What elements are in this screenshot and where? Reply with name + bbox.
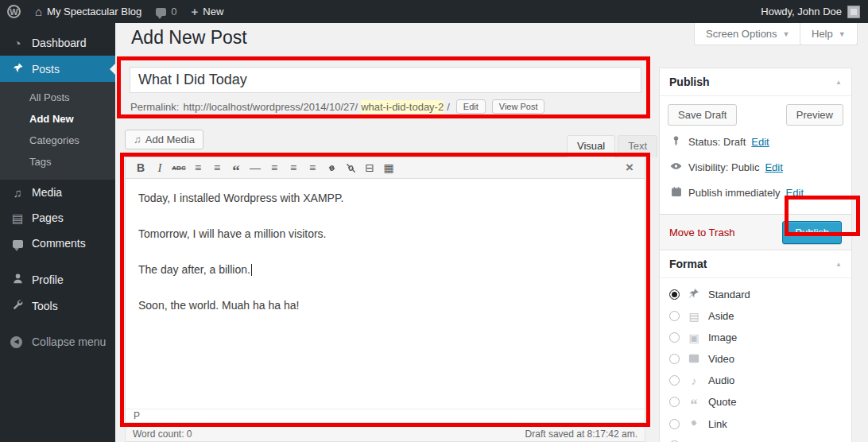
publish-box-body: Save Draft Preview Status: Draft Edit Vi…: [660, 96, 851, 214]
help-tab[interactable]: Help ▼: [800, 23, 858, 45]
bullet-list-icon[interactable]: ≡: [189, 160, 207, 176]
move-to-trash-link[interactable]: Move to Trash: [669, 227, 734, 238]
publish-button[interactable]: Publish: [782, 221, 842, 244]
format-label: Image: [708, 332, 737, 343]
format-option-video[interactable]: Video: [660, 348, 851, 370]
format-option-standard[interactable]: Standard: [660, 283, 851, 305]
blockquote-icon[interactable]: “: [227, 160, 245, 176]
submenu-tags[interactable]: Tags: [0, 151, 115, 173]
media-icon: ♫: [10, 187, 25, 199]
radio-video[interactable]: [669, 354, 680, 364]
radio-aside[interactable]: [669, 311, 680, 321]
collapse-toggle-icon[interactable]: ▲: [835, 79, 842, 86]
editor-element-path[interactable]: P: [126, 409, 645, 422]
submenu-categories[interactable]: Categories: [0, 130, 115, 151]
format-label: Link: [708, 418, 727, 430]
new-content-menu[interactable]: + New: [184, 0, 231, 23]
remove-link-icon[interactable]: [342, 160, 359, 176]
format-box-body: Standard ▤ Aside ▣ Image Video: [660, 278, 851, 442]
edit-schedule-link[interactable]: Edit: [786, 187, 804, 199]
format-audio-icon: ♪: [687, 375, 701, 386]
align-left-icon[interactable]: ≡: [265, 160, 283, 176]
sidebar-item-comments[interactable]: Comments: [0, 231, 115, 256]
sidebar-label-pages: Pages: [32, 211, 64, 224]
tab-text[interactable]: Text: [618, 135, 657, 157]
screen-options-tab[interactable]: Screen Options ▼: [694, 23, 802, 45]
format-box: Format ▲ Standard ▤ Aside ▣ Image: [659, 250, 852, 442]
tools-wrench-icon: [10, 299, 25, 312]
visibility-row: Visibility: Public Edit: [668, 155, 843, 180]
draft-saved-status: Draft saved at 8:17:42 am.: [525, 428, 637, 440]
edit-permalink-button[interactable]: Edit: [456, 99, 486, 114]
more-tag-icon[interactable]: ⊟: [361, 160, 378, 176]
comments-admin-link[interactable]: 0: [149, 0, 184, 23]
toolbar-toggle-icon[interactable]: ▦: [380, 160, 397, 176]
radio-link[interactable]: [669, 419, 680, 429]
editor-paragraph: The day after, a billion.: [138, 262, 632, 277]
submenu-add-new[interactable]: Add New: [0, 108, 115, 130]
edit-visibility-link[interactable]: Edit: [765, 161, 782, 173]
view-post-button[interactable]: View Post: [492, 99, 545, 114]
align-center-icon[interactable]: ≡: [285, 160, 302, 176]
horizontal-rule-icon[interactable]: —: [246, 160, 264, 176]
howdy-user-link[interactable]: Howdy, John Doe: [761, 6, 842, 17]
format-label: Quote: [708, 396, 736, 408]
format-option-audio[interactable]: ♪ Audio: [660, 370, 851, 391]
sidebar-item-media[interactable]: ♫ Media: [0, 180, 115, 205]
dashboard-icon: ◔: [10, 37, 25, 49]
editor-paragraph: Today, I installed Wordpress with XAMPP.: [138, 191, 632, 205]
format-option-image[interactable]: ▣ Image: [660, 327, 851, 348]
radio-standard[interactable]: [669, 289, 680, 300]
sidebar-item-collapse-menu[interactable]: ◀ Collapse menu: [0, 329, 115, 355]
format-image-icon: ▣: [687, 332, 701, 343]
site-link[interactable]: ⌂ My Spectacular Blog: [28, 0, 149, 23]
wordpress-menu[interactable]: W: [0, 0, 28, 23]
sidebar-item-pages[interactable]: ▤ Pages: [0, 205, 115, 231]
ordered-list-icon[interactable]: ≡: [208, 160, 226, 176]
edit-status-link[interactable]: Edit: [751, 136, 769, 148]
home-icon: ⌂: [35, 5, 42, 18]
radio-image[interactable]: [669, 332, 680, 343]
sidebar-label-tools: Tools: [32, 300, 58, 312]
insert-link-icon[interactable]: [323, 160, 340, 176]
collapse-toggle-icon[interactable]: ▲: [835, 261, 842, 268]
sidebar-item-profile[interactable]: Profile: [0, 266, 115, 293]
editor-paragraph: Soon, the world. Muah ha ha ha!: [138, 298, 632, 312]
sidebar-item-tools[interactable]: Tools: [0, 293, 115, 319]
italic-icon[interactable]: I: [151, 160, 169, 176]
sidebar-label-collapse: Collapse menu: [32, 335, 106, 348]
post-title-input[interactable]: [130, 67, 641, 93]
media-note-icon: ♫: [134, 134, 141, 145]
sidebar-item-dashboard[interactable]: ◔ Dashboard: [0, 30, 115, 56]
help-label: Help: [812, 28, 833, 40]
bold-icon[interactable]: B: [132, 160, 149, 176]
fullscreen-icon[interactable]: ×: [621, 160, 638, 176]
format-box-header[interactable]: Format ▲: [660, 250, 851, 278]
schedule-row: Publish immediately Edit: [668, 180, 843, 206]
preview-button[interactable]: Preview: [786, 104, 843, 126]
radio-audio[interactable]: [669, 375, 680, 386]
tab-visual[interactable]: Visual: [567, 135, 615, 157]
add-media-button[interactable]: ♫ Add Media: [125, 130, 203, 149]
radio-quote[interactable]: [669, 397, 680, 407]
format-option-aside[interactable]: ▤ Aside: [660, 305, 851, 327]
align-right-icon[interactable]: ≡: [304, 160, 321, 176]
format-aside-icon: ▤: [687, 311, 701, 322]
permalink-slug[interactable]: what-i-did-today-2: [361, 100, 444, 114]
format-option-gallery[interactable]: ▦ Gallery: [660, 435, 851, 442]
status-text: Status: Draft: [688, 136, 746, 148]
text-cursor: [251, 264, 252, 276]
format-option-link[interactable]: Link: [660, 413, 851, 435]
schedule-text: Publish immediately: [688, 187, 781, 199]
submenu-all-posts[interactable]: All Posts: [0, 87, 115, 108]
menu-separator: [0, 319, 115, 329]
plus-icon: +: [192, 5, 199, 18]
editor-content[interactable]: Today, I installed Wordpress with XAMPP.…: [126, 179, 645, 409]
strikethrough-icon[interactable]: ABC: [170, 160, 188, 176]
publish-box-header[interactable]: Publish ▲: [660, 68, 851, 96]
sidebar-item-posts[interactable]: Posts: [0, 56, 115, 82]
save-draft-button[interactable]: Save Draft: [668, 104, 737, 126]
editor-paragraph: Tomorrow, I will have a million visitors…: [138, 227, 632, 241]
user-avatar[interactable]: [847, 6, 860, 18]
format-option-quote[interactable]: “ Quote: [660, 391, 851, 413]
